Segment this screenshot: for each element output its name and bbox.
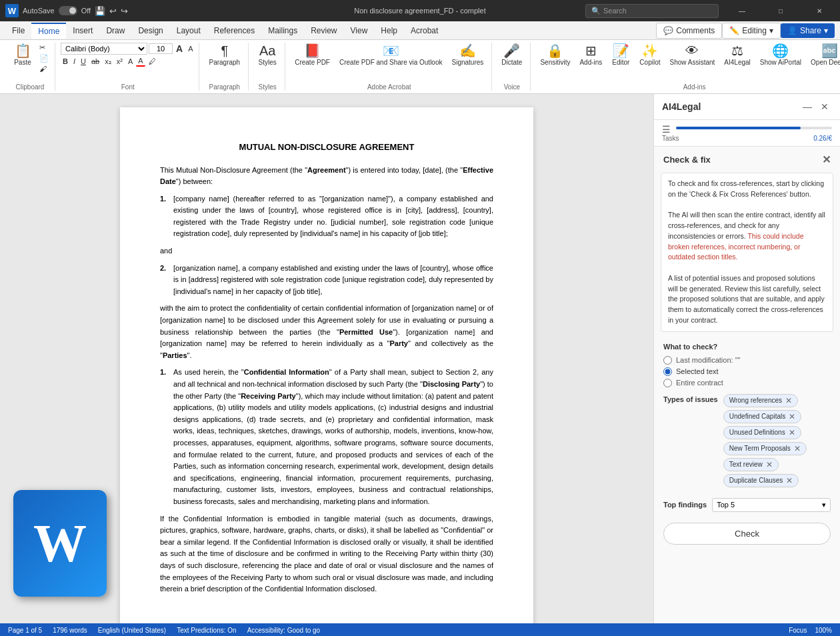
decrease-font-button[interactable]: A: [186, 44, 195, 53]
tag-new-term-proposals-remove[interactable]: ✕: [794, 444, 801, 453]
tab-review[interactable]: Review: [304, 23, 343, 38]
types-label: Types of issues: [663, 394, 718, 403]
tag-duplicate-clauses[interactable]: Duplicate Clauses ✕: [723, 474, 799, 487]
parties-list: [company name] (hereafter referred to as…: [160, 193, 493, 240]
radio-selected-text[interactable]: Selected text: [663, 367, 831, 376]
list-item-party1: [company name] (hereafter referred to as…: [173, 193, 493, 240]
share-button[interactable]: 👤 Share ▾: [781, 23, 835, 38]
and-text: and: [160, 245, 493, 257]
issues-section: Types of issues Wrong references ✕ Undef…: [654, 390, 840, 494]
format-painter-button[interactable]: 🖌: [37, 64, 51, 73]
check-fix-close-button[interactable]: ✕: [822, 153, 831, 166]
create-pdf-share-icon: 📧: [383, 44, 399, 57]
title-bar-center: Non disclosure agreement_FD - complet: [282, 7, 559, 15]
show-assistant-button[interactable]: 👁 Show Assistant: [666, 43, 719, 67]
top-findings-row: Top findings Top 5 ▾: [654, 494, 840, 516]
ribbon-group-addins: 🔒 Sensitivity ⊞ Add-ins 📝 Editor ✨ Copil…: [532, 43, 840, 91]
panel-close-button[interactable]: ✕: [817, 99, 832, 114]
tasks-label: Tasks: [662, 135, 679, 142]
radio-entire-contract[interactable]: Entire contract: [663, 379, 831, 387]
tab-acrobat[interactable]: Acrobat: [404, 23, 445, 38]
tab-help[interactable]: Help: [374, 23, 404, 38]
open-deepl-button[interactable]: 🔤 Open DeepL: [807, 43, 840, 67]
ai4legal-button[interactable]: ⚖ AI4Legal: [720, 43, 754, 67]
editing-button[interactable]: ✏️ Editing ▾: [722, 23, 781, 39]
styles-button[interactable]: Aa Styles: [254, 43, 281, 67]
title-bar-left: W AutoSave Off 💾 ↩ ↪: [5, 4, 282, 17]
clear-format-button[interactable]: A: [126, 57, 135, 66]
tag-unused-definitions[interactable]: Unused Definitions ✕: [723, 426, 801, 439]
ai4legal-panel: AI4Legal — ✕ ☰ Tasks 0.26/€: [653, 94, 840, 623]
tag-text-review-remove[interactable]: ✕: [766, 460, 773, 469]
tab-insert[interactable]: Insert: [66, 23, 99, 38]
highlight-button[interactable]: 🖊: [147, 57, 158, 66]
tab-file[interactable]: File: [5, 23, 31, 38]
intro-paragraph: This Mutual Non-Disclosure Agreement (th…: [160, 165, 493, 188]
strikethrough-button[interactable]: ab: [89, 57, 101, 66]
tab-design[interactable]: Design: [131, 23, 169, 38]
radio-last-mod[interactable]: Last modification: "": [663, 356, 831, 365]
tag-wrong-references[interactable]: Wrong references ✕: [723, 394, 798, 407]
tab-draw[interactable]: Draw: [99, 23, 131, 38]
search-bar[interactable]: 🔍 Search: [585, 4, 719, 18]
minimize-button[interactable]: —: [727, 0, 757, 21]
create-pdf-share-button[interactable]: 📧 Create PDF and Share via Outlook: [335, 43, 447, 67]
tab-view[interactable]: View: [344, 23, 375, 38]
tag-undefined-capitals[interactable]: Undefined Capitals ✕: [723, 410, 802, 423]
copy-button[interactable]: 📄: [37, 53, 51, 63]
subscript-button[interactable]: x₂: [103, 57, 113, 67]
redo-icon[interactable]: ↪: [121, 6, 128, 16]
maximize-button[interactable]: □: [765, 0, 796, 21]
tag-new-term-proposals[interactable]: New Term Proposals ✕: [723, 442, 807, 455]
ribbon-content: 📋 Paste ✂ 📄 🖌 Clipboard Calibri (Body): [0, 40, 840, 93]
tab-references[interactable]: References: [207, 23, 261, 38]
styles-label: Styles: [254, 82, 281, 91]
show-aiportal-button[interactable]: 🌐 Show AiPortal: [756, 43, 805, 67]
sensitivity-button[interactable]: 🔒 Sensitivity: [536, 43, 574, 67]
panel-body: Check & fix ✕ To check and fix cross-ref…: [654, 147, 840, 623]
top-findings-chevron: ▾: [822, 501, 826, 509]
bold-button[interactable]: B: [61, 57, 70, 66]
cut-button[interactable]: ✂: [37, 43, 51, 53]
undo-icon[interactable]: ↩: [109, 6, 117, 16]
panel-collapse-button[interactable]: —: [800, 99, 815, 114]
tag-wrong-references-remove[interactable]: ✕: [785, 396, 792, 405]
tab-layout[interactable]: Layout: [170, 23, 207, 38]
panel-title: AI4Legal: [662, 101, 701, 112]
tag-unused-definitions-remove[interactable]: ✕: [789, 428, 795, 437]
italic-button[interactable]: I: [71, 57, 77, 66]
create-pdf-button[interactable]: 📕 Create PDF: [291, 43, 334, 67]
check-button[interactable]: Check: [663, 523, 831, 545]
editor-button[interactable]: 📝 Editor: [607, 43, 634, 67]
superscript-button[interactable]: x²: [115, 57, 125, 66]
tab-home[interactable]: Home: [31, 23, 66, 39]
close-button[interactable]: ✕: [804, 0, 835, 21]
tag-text-review[interactable]: Text review ✕: [723, 458, 779, 471]
text-color-a[interactable]: A: [136, 56, 145, 67]
document-page[interactable]: MUTUAL NON-DISCLOSURE AGREEMENT This Mut…: [120, 107, 533, 623]
font-name-select[interactable]: Calibri (Body): [61, 43, 147, 55]
dictate-icon: 🎤: [503, 44, 520, 57]
tag-undefined-capitals-remove[interactable]: ✕: [789, 412, 795, 421]
tag-duplicate-clauses-remove[interactable]: ✕: [786, 476, 793, 485]
progress-bar-background: [676, 127, 832, 129]
paragraph-button[interactable]: ¶ Paragraph: [205, 43, 244, 67]
focus-mode[interactable]: Focus: [789, 627, 807, 634]
paragraph-label: Paragraph: [205, 82, 244, 91]
font-size-input[interactable]: [149, 43, 173, 54]
section1-item: As used herein, the "Confidential Inform…: [173, 367, 493, 507]
tab-mailings[interactable]: Mailings: [261, 23, 304, 38]
underline-button[interactable]: U: [79, 57, 88, 66]
top-findings-select[interactable]: Top 5 ▾: [712, 498, 831, 512]
paste-button[interactable]: 📋 Paste: [9, 43, 36, 67]
comments-button[interactable]: 💬 Comments: [656, 23, 722, 39]
party2-list: [organization name], a company establish…: [160, 263, 493, 298]
add-ins-button[interactable]: ⊞ Add-ins: [575, 43, 606, 67]
request-signatures-button[interactable]: ✍ Signatures: [448, 43, 488, 67]
copilot-button[interactable]: ✨ Copilot: [635, 43, 664, 67]
save-icon[interactable]: 💾: [95, 6, 105, 16]
dictate-button[interactable]: 🎤 Dictate: [497, 43, 526, 67]
autosave-toggle[interactable]: [59, 6, 77, 15]
increase-font-button[interactable]: A: [174, 43, 185, 55]
copilot-icon: ✨: [641, 44, 658, 57]
